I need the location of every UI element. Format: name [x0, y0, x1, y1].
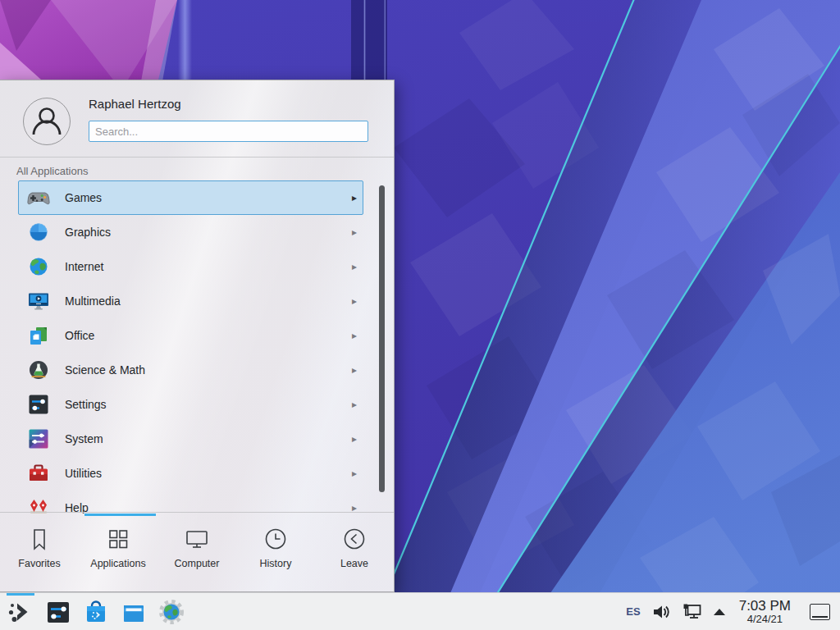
submenu-arrow-icon — [352, 331, 357, 340]
submenu-arrow-icon — [352, 262, 357, 272]
launcher-header: Raphael Hertzog — [0, 80, 394, 157]
scrollbar[interactable] — [379, 185, 385, 492]
folder-icon — [121, 599, 147, 625]
category-list: Games Graphics — [0, 180, 394, 514]
clock-date: 4/24/21 — [739, 614, 791, 625]
network-icon[interactable] — [682, 601, 703, 623]
tab-label: Leave — [340, 558, 368, 569]
menu-item-system[interactable]: System — [18, 422, 363, 456]
tab-history[interactable]: History — [236, 513, 315, 591]
launcher-open-indicator — [7, 593, 34, 596]
menu-item-internet[interactable]: Internet — [18, 249, 363, 284]
tray-expand-icon[interactable] — [714, 609, 725, 615]
submenu-arrow-icon — [352, 365, 357, 375]
tab-label: Favorites — [18, 558, 60, 569]
menu-item-multimedia[interactable]: Multimedia — [18, 284, 363, 318]
system-tray: ES 7:03 PM 4/24/21 — [626, 599, 833, 625]
monitor-icon — [184, 526, 210, 552]
submenu-arrow-icon — [352, 227, 357, 237]
settings-icon — [27, 393, 50, 416]
tab-label: Applications — [90, 558, 145, 569]
application-launcher-menu: Raphael Hertzog All Applications — [0, 80, 395, 592]
clock-icon — [262, 526, 289, 552]
submenu-arrow-icon — [352, 296, 357, 306]
submenu-arrow-icon — [352, 193, 357, 203]
system-settings-button[interactable] — [41, 593, 75, 630]
menu-item-label: Games — [65, 191, 102, 204]
menu-item-settings[interactable]: Settings — [18, 387, 363, 422]
kde-start-icon — [7, 599, 34, 625]
menu-item-label: System — [65, 432, 103, 445]
user-avatar[interactable] — [23, 98, 71, 145]
header-separator — [0, 157, 394, 158]
menu-item-help[interactable]: Help — [18, 491, 363, 514]
section-label: All Applications — [16, 165, 88, 177]
app-launcher-button[interactable] — [3, 593, 38, 630]
leave-icon — [341, 526, 368, 552]
tab-applications[interactable]: Applications — [79, 513, 158, 591]
desktop: Raphael Hertzog All Applications — [0, 0, 840, 630]
volume-icon[interactable] — [651, 602, 671, 622]
help-icon — [27, 496, 50, 514]
menu-item-label: Office — [65, 329, 94, 342]
tab-label: Computer — [175, 558, 220, 569]
tab-favorites[interactable]: Favorites — [0, 513, 79, 591]
menu-item-science-math[interactable]: Science & Math — [18, 353, 363, 387]
tab-leave[interactable]: Leave — [315, 513, 394, 591]
system-settings-icon — [45, 599, 71, 625]
menu-item-graphics[interactable]: Graphics — [18, 215, 363, 249]
menu-item-label: Science & Math — [65, 363, 145, 377]
games-icon — [27, 186, 50, 209]
submenu-arrow-icon — [352, 468, 357, 478]
show-desktop-button[interactable] — [810, 604, 830, 620]
clock-time: 7:03 PM — [739, 599, 791, 614]
launcher-tab-bar: Favorites Applications Computer — [0, 512, 394, 591]
globe-gear-icon — [158, 599, 185, 625]
graphics-icon — [27, 221, 50, 244]
science-icon — [27, 358, 50, 381]
discover-button[interactable] — [79, 593, 113, 630]
file-manager-button[interactable] — [116, 593, 151, 630]
office-icon — [27, 324, 50, 347]
user-name: Raphael Hertzog — [89, 97, 181, 111]
internet-icon — [27, 255, 50, 278]
menu-item-label: Settings — [65, 398, 107, 411]
bookmark-icon — [26, 526, 52, 552]
menu-item-label: Internet — [65, 260, 103, 273]
menu-item-label: Multimedia — [65, 294, 121, 308]
web-browser-button[interactable] — [154, 593, 189, 630]
utilities-icon — [27, 462, 50, 485]
menu-item-label: Utilities — [65, 467, 102, 480]
menu-item-office[interactable]: Office — [18, 318, 363, 353]
discover-icon — [83, 599, 109, 625]
tab-computer[interactable]: Computer — [158, 513, 236, 591]
menu-item-games[interactable]: Games — [18, 180, 363, 215]
taskbar-panel: ES 7:03 PM 4/24/21 — [0, 592, 840, 630]
tab-label: History — [260, 558, 292, 569]
active-tab-indicator — [84, 514, 156, 516]
system-icon — [27, 427, 50, 450]
grid-icon — [105, 526, 131, 552]
menu-item-utilities[interactable]: Utilities — [18, 456, 363, 491]
multimedia-icon — [27, 290, 50, 313]
user-icon — [24, 98, 70, 144]
search-input[interactable] — [89, 121, 368, 142]
submenu-arrow-icon — [352, 399, 357, 409]
submenu-arrow-icon — [352, 434, 357, 444]
digital-clock[interactable]: 7:03 PM 4/24/21 — [739, 599, 791, 625]
keyboard-layout-indicator[interactable]: ES — [626, 605, 640, 618]
menu-item-label: Graphics — [65, 226, 111, 239]
